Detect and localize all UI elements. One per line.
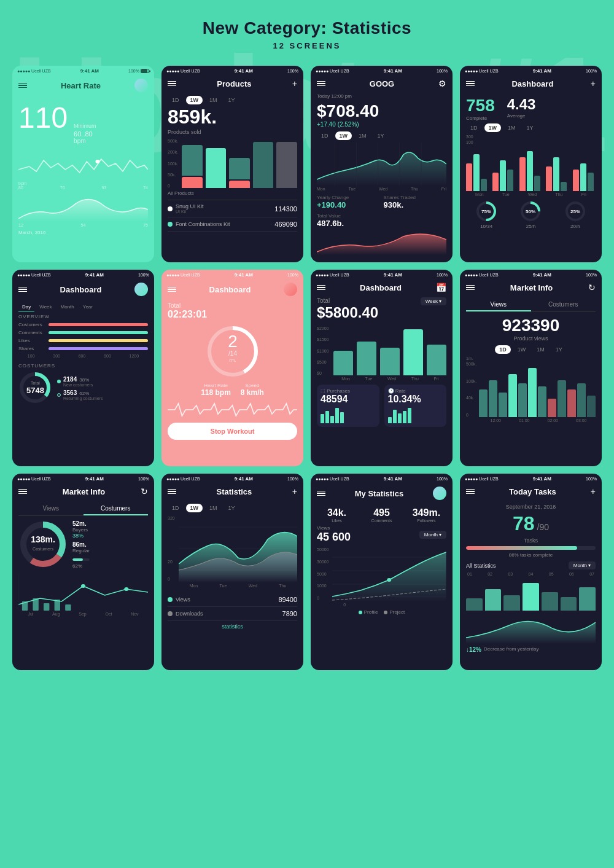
filter-1w[interactable]: 1W [186, 96, 203, 104]
filter-1y-3[interactable]: 1Y [373, 131, 389, 140]
hr-area-chart [18, 191, 148, 222]
dash7-amount: $5800.40 [317, 304, 378, 321]
menu-icon-5[interactable] [18, 287, 27, 292]
menu-icon-9[interactable] [18, 489, 27, 495]
filter-1w-4[interactable]: 1W [484, 123, 502, 132]
filter-1y[interactable]: 1Y [224, 96, 239, 104]
status-bar-10: ●●●●● Ucell UZB 9:41 AM 100% [161, 474, 303, 484]
tasks-bar-chart [466, 580, 596, 611]
hr-line-chart [18, 148, 148, 179]
market-tab-customers[interactable]: Costumers [531, 299, 596, 311]
filter-1y-10[interactable]: 1Y [224, 504, 239, 512]
legend-dot-project [384, 611, 387, 614]
stat-followers: 349m. Followers [406, 507, 446, 523]
add-icon-2[interactable]: + [292, 79, 297, 88]
tab-year[interactable]: Year [79, 303, 96, 311]
calendar-icon-7[interactable]: 📅 [436, 283, 446, 292]
screen-workout: ●●●●● Ucell UZB 9:41 AM 100% Dashboard T… [161, 270, 303, 466]
tab-week[interactable]: Week [36, 303, 55, 311]
customers-row: Total 5748 2184 38% Ne [18, 371, 148, 405]
nav-bar-9: Market Info ↻ [12, 484, 154, 499]
customers-section: COSTUMERS Total 5748 [18, 363, 148, 405]
add-icon-12[interactable]: + [591, 487, 596, 496]
stat-comments: 495 Comments [362, 507, 402, 523]
screen-stock: ●●●●● Ucell UZB 9:41 AM 100% GOOG ⚙ Toda… [311, 66, 453, 262]
tasks-change-val: ↓12% [466, 646, 481, 653]
tasks-num: 78 [513, 512, 535, 535]
tab-day[interactable]: Day [18, 303, 34, 311]
menu-icon-11[interactable] [317, 491, 325, 496]
add-icon-4[interactable]: + [591, 79, 596, 88]
tasks-progress: 78 /90 [466, 512, 596, 535]
filter-1w-8[interactable]: 1W [513, 345, 530, 354]
tab-month[interactable]: Month [57, 303, 78, 311]
month-btn-11[interactable]: Month ▾ [419, 531, 446, 539]
workout-time-val: 02:23:01 [168, 309, 297, 320]
tasks-total: /90 [537, 522, 549, 532]
month-btn-12[interactable]: Month ▾ [569, 561, 596, 569]
refresh-icon-8[interactable]: ↻ [588, 283, 596, 292]
purchases-val: 48594 [321, 394, 376, 405]
filter-1d-3[interactable]: 1D [317, 131, 333, 140]
filter-1y-4[interactable]: 1Y [523, 123, 538, 132]
gear-icon-3[interactable]: ⚙ [438, 79, 446, 88]
customers-title: COSTUMERS [18, 363, 148, 369]
filter-1w-10[interactable]: 1W [186, 504, 203, 512]
filter-1m-4[interactable]: 1M [503, 123, 520, 132]
menu-icon-3[interactable] [317, 81, 325, 87]
all-stats-row: All Statistics Month ▾ [466, 561, 596, 569]
filter-1y-8[interactable]: 1Y [551, 345, 567, 354]
workout-heart: Heart Rate 118 bpm [201, 383, 231, 397]
market-tab-views[interactable]: Views [466, 299, 531, 311]
add-icon-10[interactable]: + [292, 487, 297, 496]
filter-1d-4[interactable]: 1D [466, 123, 482, 132]
cust-stats: 2184 38% New costumers 3563 [57, 376, 103, 401]
nav-bar-12: Today Tasks + [460, 484, 602, 499]
filter-1m-8[interactable]: 1M [532, 345, 549, 354]
menu-icon-8[interactable] [466, 285, 475, 291]
stat-likes: 34k. Likes [317, 507, 357, 523]
menu-icon[interactable] [18, 83, 27, 88]
screen-heart-rate: ●●●●● Ucell UZB 9:41 AM 100% Heart Rate … [12, 66, 154, 262]
filter-1d-10[interactable]: 1D [168, 504, 184, 512]
week-btn-7[interactable]: Week ▾ [421, 297, 446, 305]
filter-1m-10[interactable]: 1M [205, 504, 222, 512]
nav-bar-5: Dashboard [12, 280, 154, 299]
products-list: Snug UI Kit UI Kit 114300 Font Combinati… [168, 200, 297, 232]
filter-1w-3[interactable]: 1W [335, 131, 352, 140]
menu-icon-7[interactable] [317, 285, 325, 291]
menu-icon-12[interactable] [466, 489, 475, 495]
menu-icon-4[interactable] [466, 81, 475, 87]
svg-rect-33 [33, 598, 38, 611]
nav-bar-4: Dashboard + [460, 76, 602, 91]
nav-title-7: Dashboard [360, 283, 402, 292]
refresh-icon-9[interactable]: ↻ [141, 487, 148, 496]
donut-3-label: 20/h [570, 224, 580, 229]
market-tab-customers-9[interactable]: Costumers [84, 502, 149, 515]
svg-point-28 [81, 584, 85, 588]
menu-icon-6[interactable] [168, 287, 176, 292]
donut-1-label: 10/34 [480, 224, 492, 229]
donut-2: 50% 25/h [519, 200, 542, 229]
bar-group-thu [546, 157, 569, 191]
menu-icon-2[interactable] [168, 81, 176, 87]
purchase-row: ⬚ Purchases 48594 🕐 Rate 10.3 [317, 385, 446, 427]
filter-1d-8[interactable]: 1D [495, 345, 511, 354]
dashboard5-content: Day Week Month Year OVERVIEW Costumers C… [12, 299, 154, 466]
nav-bar-8: Market Info ↻ [460, 280, 602, 295]
rate-val: 10.34% [388, 394, 443, 405]
stats10-chart [179, 515, 297, 582]
filter-1m[interactable]: 1M [205, 96, 222, 104]
purchases-box: ⬚ Purchases 48594 [317, 385, 379, 427]
stat-summary: 34k. Likes 495 Comments 349m. Followers [317, 507, 446, 523]
menu-icon-10[interactable] [168, 489, 176, 495]
filter-1d[interactable]: 1D [168, 96, 184, 104]
status-bar-5: ●●●●● Ucell UZB 9:41 AM 100% [12, 270, 154, 280]
status-bar-11: ●●●●● Ucell UZB 9:41 AM 100% [311, 474, 453, 484]
market-tab-views-9[interactable]: Views [18, 502, 84, 515]
screen-dashboard5: ●●●●● Ucell UZB 9:41 AM 100% Dashboard D… [12, 270, 154, 466]
stop-workout-btn[interactable]: Stop Workout [168, 423, 297, 440]
filter-1m-3[interactable]: 1M [354, 131, 371, 140]
legend-project: Project [384, 609, 405, 615]
status-bar-6: ●●●●● Ucell UZB 9:41 AM 100% [161, 270, 303, 280]
